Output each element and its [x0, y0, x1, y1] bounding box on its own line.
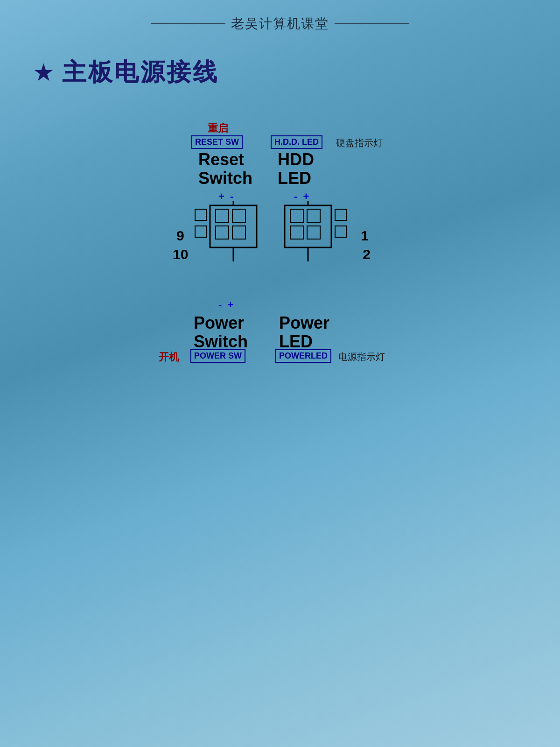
pin-9: 9	[176, 228, 184, 244]
svg-rect-8	[290, 209, 303, 222]
pin-1: 1	[361, 228, 369, 244]
label-hdd-led: H.D.D. LED	[271, 135, 322, 149]
label-dianyuan: 电源指示灯	[338, 351, 385, 363]
header-bar-left	[151, 23, 225, 24]
label-power-sw: POWER SW	[190, 349, 245, 363]
polarity-bottom: - +	[218, 299, 233, 311]
label-chongqi: 重启	[208, 121, 228, 135]
svg-rect-6	[195, 226, 206, 237]
pin-2: 2	[363, 247, 371, 262]
star-icon: ★	[33, 60, 55, 85]
connector-svg	[182, 201, 359, 308]
svg-rect-11	[307, 226, 320, 239]
pin-10: 10	[173, 247, 188, 262]
label-powerled: POWERLED	[275, 349, 331, 363]
header-title: 老吴计算机课堂	[231, 15, 329, 33]
svg-rect-13	[335, 226, 346, 237]
label-yingpan: 硬盘指示灯	[336, 137, 383, 149]
label-reset-sw: RESET SW	[191, 135, 243, 149]
svg-rect-1	[216, 209, 229, 222]
svg-rect-4	[232, 226, 245, 239]
svg-rect-12	[335, 209, 346, 220]
page-title-section: ★ 主板电源接线	[0, 33, 560, 89]
svg-rect-2	[232, 209, 245, 222]
label-kaiji: 开机	[159, 350, 179, 364]
label-power-led: Power LED	[279, 314, 329, 351]
label-reset-text: Reset Switch	[198, 150, 252, 187]
svg-rect-9	[307, 209, 320, 222]
header: 老吴计算机课堂	[0, 0, 560, 33]
connector-diagram: 重启 RESET SW H.D.D. LED 硬盘指示灯 Reset Switc…	[163, 121, 397, 402]
label-hdd-text: HDD LED	[278, 150, 314, 187]
svg-rect-5	[195, 209, 206, 220]
svg-rect-10	[290, 226, 303, 239]
label-power-switch: Power Switch	[194, 314, 248, 351]
diagram-area: 重启 RESET SW H.D.D. LED 硬盘指示灯 Reset Switc…	[163, 121, 397, 402]
header-bar-right	[335, 23, 409, 24]
page-title: 主板电源接线	[62, 56, 219, 89]
svg-rect-3	[216, 226, 229, 239]
